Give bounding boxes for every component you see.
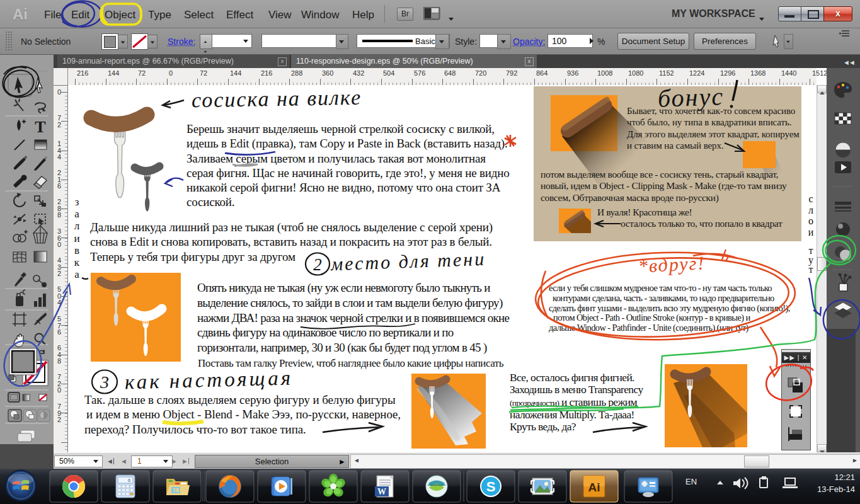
svg-text:S: S <box>486 479 496 495</box>
svg-text:T: T <box>35 118 45 136</box>
svg-text:W: W <box>377 487 386 496</box>
svg-text:0: 0 <box>128 478 130 483</box>
svg-text:Ai: Ai <box>588 481 600 494</box>
